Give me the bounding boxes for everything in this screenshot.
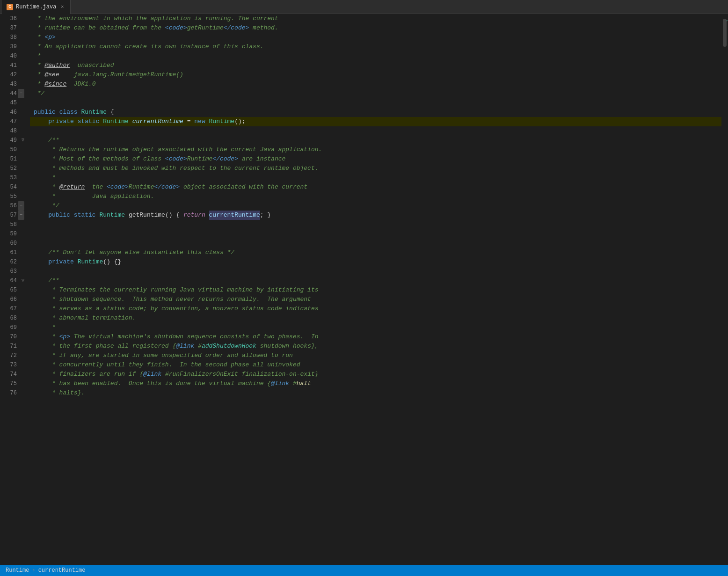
breadcrumb-class: Runtime <box>6 567 29 574</box>
breadcrumb-member: currentRuntime <box>38 567 86 574</box>
tab-bar: C Runtime.java × <box>0 0 728 14</box>
code-line: * <box>30 51 721 61</box>
breadcrumb: Runtime › currentRuntime <box>6 567 85 574</box>
code-line <box>30 126 721 136</box>
line-number: 65 <box>4 285 17 295</box>
code-line: * <p> <box>30 33 721 42</box>
code-line: * abnormal termination. <box>30 314 721 323</box>
tab-runtime-java[interactable]: C Runtime.java × <box>2 0 71 14</box>
line-number: 76 <box>4 388 17 398</box>
line-number: 59 <box>4 229 17 239</box>
code-line: * concurrently until they finish. In the… <box>30 360 721 370</box>
code-line: * halts}. <box>30 388 721 398</box>
line-number: 50 <box>4 145 17 154</box>
line-number: 68 <box>4 314 17 323</box>
line-number: 70 <box>4 332 17 342</box>
code-line <box>30 220 721 229</box>
line-number: 63 <box>4 267 17 276</box>
status-bar: Runtime › currentRuntime <box>0 565 728 576</box>
line-number: 73 <box>4 360 17 370</box>
file-icon: C <box>7 4 13 10</box>
breadcrumb-separator: › <box>32 567 35 574</box>
code-line: public class Runtime { <box>30 108 721 117</box>
line-number: 52 <box>4 164 17 173</box>
code-line: * the first phase all registered {@link … <box>30 342 721 351</box>
line-number: 71 <box>4 342 17 351</box>
code-line: private static Runtime currentRuntime = … <box>30 117 721 126</box>
line-number: 41 <box>4 61 17 70</box>
fold-icon[interactable]: − <box>18 211 24 220</box>
code-line: * serves as a status code; by convention… <box>30 304 721 314</box>
line-numbers: 363738394041424344−4546474849▽5051525354… <box>0 14 30 565</box>
line-number: 37 <box>4 23 17 33</box>
line-number: 43 <box>4 80 17 89</box>
code-line: * the environment in which the applicati… <box>30 14 721 23</box>
tab-label: Runtime.java <box>16 4 56 10</box>
code-line: * Most of the methods of class <code>Run… <box>30 154 721 164</box>
code-line: */ <box>30 89 721 98</box>
code-line <box>30 229 721 239</box>
code-line: * finalizers are run if {@link #runFinal… <box>30 370 721 379</box>
line-number: 51 <box>4 154 17 164</box>
fold-icon[interactable]: − <box>18 201 24 211</box>
line-number: 66 <box>4 295 17 304</box>
line-number: 64 <box>4 276 17 285</box>
code-line: * @author unascribed <box>30 61 721 70</box>
line-number: 36 <box>4 14 17 23</box>
line-number: 45 <box>4 98 17 108</box>
fold-icon[interactable]: − <box>18 89 24 98</box>
code-line: * An application cannot create its own i… <box>30 42 721 51</box>
line-number: 75 <box>4 379 17 388</box>
code-line: /** Don't let anyone else instantiate th… <box>30 248 721 257</box>
code-line: * <box>30 323 721 332</box>
code-line: public static Runtime getRuntime() { ret… <box>30 211 721 220</box>
code-line: * @return the <code>Runtime</code> objec… <box>30 182 721 192</box>
line-number: 53 <box>4 173 17 182</box>
code-line: * <box>30 173 721 182</box>
line-number: 54 <box>4 182 17 192</box>
line-number: 72 <box>4 351 17 360</box>
code-line: * if any, are started in some unspecifie… <box>30 351 721 360</box>
line-number: 56 <box>4 201 17 211</box>
line-number: 46 <box>4 108 17 117</box>
fold-icon[interactable]: ▽ <box>18 136 24 145</box>
line-number: 42 <box>4 70 17 80</box>
line-number: 60 <box>4 239 17 248</box>
close-icon[interactable]: × <box>59 4 66 10</box>
code-line <box>30 267 721 276</box>
code-line: * <p> The virtual machine's shutdown seq… <box>30 332 721 342</box>
line-number: 38 <box>4 33 17 42</box>
code-line: * Terminates the currently running Java … <box>30 285 721 295</box>
line-number: 61 <box>4 248 17 257</box>
line-number: 40 <box>4 51 17 61</box>
line-number: 55 <box>4 192 17 201</box>
line-number: 48 <box>4 126 17 136</box>
code-line: * shutdown sequence. This method never r… <box>30 295 721 304</box>
scrollbar[interactable]: ✓ <box>721 14 728 565</box>
code-line: * has been enabled. Once this is done th… <box>30 379 721 388</box>
line-number: 74 <box>4 370 17 379</box>
line-number: 47 <box>4 117 17 126</box>
code-line: * Returns the runtime object associated … <box>30 145 721 154</box>
code-line: private Runtime() {} <box>30 257 721 267</box>
code-line: * Java application. <box>30 192 721 201</box>
code-area[interactable]: * the environment in which the applicati… <box>30 14 721 565</box>
code-line: /** <box>30 136 721 145</box>
code-line: /** <box>30 276 721 285</box>
code-line: * @see java.lang.Runtime#getRuntime() <box>30 70 721 80</box>
line-number: 67 <box>4 304 17 314</box>
line-number: 49 <box>4 136 17 145</box>
code-line <box>30 98 721 108</box>
line-number: 69 <box>4 323 17 332</box>
scrollbar-thumb[interactable] <box>723 19 727 47</box>
line-number: 39 <box>4 42 17 51</box>
line-number: 44 <box>4 89 17 98</box>
code-line: * @since JDK1.0 <box>30 80 721 89</box>
code-line: */ <box>30 201 721 211</box>
code-line: * runtime can be obtained from the <code… <box>30 23 721 33</box>
code-line: * methods and must be invoked with respe… <box>30 164 721 173</box>
line-number: 57 <box>4 211 17 220</box>
editor-container: 363738394041424344−4546474849▽5051525354… <box>0 14 728 565</box>
fold-icon[interactable]: ▽ <box>18 276 24 285</box>
line-number: 58 <box>4 220 17 229</box>
